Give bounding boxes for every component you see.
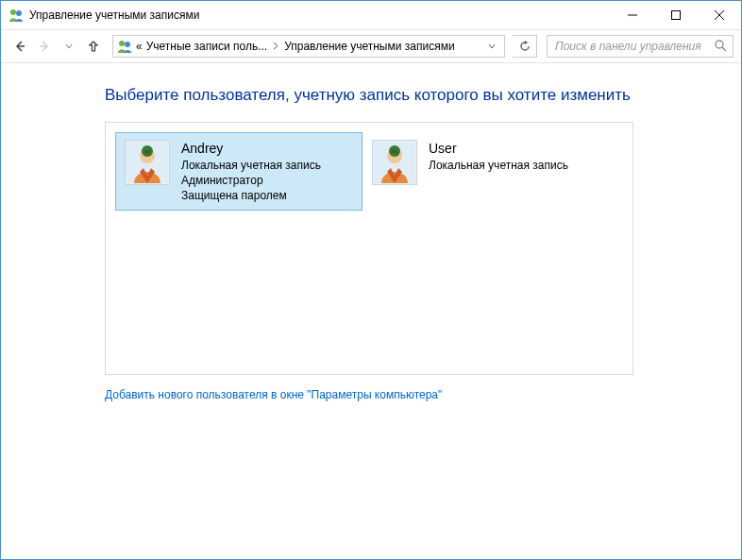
- account-role: Администратор: [181, 173, 321, 188]
- account-name: Andrey: [181, 140, 321, 158]
- address-bar[interactable]: « Учетные записи поль... Управление учет…: [112, 35, 505, 58]
- avatar-icon: [125, 140, 170, 185]
- svg-point-8: [119, 41, 125, 46]
- account-item-andrey[interactable]: Andrey Локальная учетная запись Админист…: [115, 132, 363, 211]
- maximize-button[interactable]: [654, 1, 698, 29]
- address-dropdown-icon[interactable]: [483, 40, 500, 53]
- toolbar: « Учетные записи поль... Управление учет…: [1, 29, 741, 63]
- svg-line-11: [722, 47, 726, 51]
- add-user-link[interactable]: Добавить нового пользователя в окне "Пар…: [105, 388, 703, 401]
- forward-button[interactable]: [33, 35, 56, 58]
- svg-point-9: [125, 42, 130, 47]
- accounts-list: Andrey Локальная учетная запись Админист…: [105, 122, 633, 375]
- account-item-user[interactable]: User Локальная учетная запись: [363, 132, 610, 211]
- svg-rect-3: [672, 11, 681, 20]
- breadcrumb-prefix: «: [134, 38, 144, 55]
- avatar-icon: [372, 140, 417, 185]
- back-button[interactable]: [8, 35, 31, 58]
- svg-point-10: [716, 41, 723, 48]
- titlebar: Управление учетными записями: [1, 1, 741, 29]
- search-icon[interactable]: [714, 39, 727, 55]
- search-box[interactable]: [547, 35, 734, 58]
- account-info: User Локальная учетная запись: [429, 140, 568, 173]
- minimize-button[interactable]: [611, 1, 654, 29]
- breadcrumb-segment-1[interactable]: Учетные записи поль...: [144, 38, 269, 55]
- chevron-right-icon[interactable]: [269, 41, 282, 52]
- search-input[interactable]: [553, 39, 714, 54]
- content-area: Выберите пользователя, учетную запись ко…: [1, 63, 741, 559]
- window-title: Управление учетными записями: [29, 8, 611, 22]
- svg-rect-19: [392, 150, 397, 153]
- account-type: Локальная учетная запись: [181, 158, 321, 173]
- account-name: User: [429, 140, 568, 158]
- up-button[interactable]: [82, 35, 105, 58]
- svg-point-0: [10, 9, 16, 15]
- breadcrumb-segment-2[interactable]: Управление учетными записями: [282, 38, 456, 55]
- recent-dropdown-icon[interactable]: [58, 35, 80, 58]
- svg-rect-15: [144, 150, 150, 153]
- svg-point-1: [16, 10, 22, 16]
- account-info: Andrey Локальная учетная запись Админист…: [181, 140, 321, 203]
- close-button[interactable]: [698, 1, 741, 29]
- refresh-button[interactable]: [513, 35, 537, 58]
- users-path-icon: [117, 39, 132, 54]
- account-type: Локальная учетная запись: [429, 158, 568, 173]
- account-protected: Защищена паролем: [181, 188, 321, 203]
- page-heading: Выберите пользователя, учетную запись ко…: [105, 86, 703, 105]
- users-app-icon: [8, 8, 24, 23]
